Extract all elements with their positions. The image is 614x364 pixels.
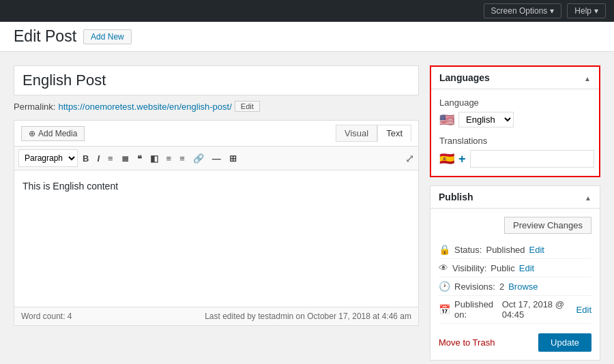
tab-text[interactable]: Text <box>377 125 411 142</box>
content-area: Permalink: https://onemoretest.website/e… <box>0 52 614 364</box>
published-on-label: Published on: <box>454 299 498 320</box>
languages-panel-body: Language 🇺🇸 English Spanish French Trans… <box>431 89 599 176</box>
published-on-icon: 📅 <box>439 304 450 315</box>
revisions-value: 2 <box>499 282 504 292</box>
main-column: Permalink: https://onemoretest.website/e… <box>14 65 419 364</box>
revisions-browse-link[interactable]: Browse <box>508 282 538 292</box>
page-title: Edit Post <box>14 27 76 46</box>
unordered-list-button[interactable]: ≡ <box>104 152 117 165</box>
languages-panel-title: Languages <box>439 72 490 83</box>
dropdown-arrow-icon: ▾ <box>550 6 554 16</box>
visibility-edit-link[interactable]: Edit <box>519 263 534 273</box>
es-flag-icon: 🇪🇸 <box>439 151 454 166</box>
editor-content[interactable]: This is English content <box>14 170 418 307</box>
languages-collapse-icon <box>584 73 591 83</box>
editor-footer: Word count: 4 Last edited by testadmin o… <box>14 307 418 325</box>
help-dropdown-icon: ▾ <box>594 6 598 16</box>
admin-bar: Screen Options ▾ Help ▾ <box>0 0 614 22</box>
publish-collapse-icon <box>585 192 591 202</box>
table-button[interactable]: ⊞ <box>226 152 240 165</box>
status-row: 🔒 Status: Published Edit <box>439 241 591 259</box>
ordered-list-button[interactable]: ≣ <box>118 152 132 165</box>
more-button[interactable]: — <box>209 152 224 165</box>
visibility-label: Visibility: <box>452 263 486 273</box>
update-button[interactable]: Update <box>538 333 591 352</box>
editor-toolbar-top: ⊕ Add Media Visual Text <box>14 121 418 147</box>
translations-row: 🇪🇸 + <box>439 150 591 168</box>
publish-meta: 🔒 Status: Published Edit 👁 Visibility: P… <box>439 234 591 324</box>
published-on-value: Oct 17, 2018 @ 04:45 <box>502 299 572 320</box>
move-to-trash-button[interactable]: Move to Trash <box>439 337 495 348</box>
bold-button[interactable]: B <box>79 152 92 165</box>
revisions-icon: 🕐 <box>439 281 450 292</box>
page-header: Edit Post Add New <box>0 22 614 52</box>
language-select[interactable]: English Spanish French <box>458 112 514 127</box>
visibility-icon: 👁 <box>439 262 448 273</box>
post-title-input[interactable] <box>14 65 419 95</box>
permalink-edit-button[interactable]: Edit <box>235 101 260 112</box>
formatting-bar: Paragraph Heading 1 Heading 2 Heading 3 … <box>14 147 418 170</box>
permalink-label: Permalink: <box>14 102 55 112</box>
status-icon: 🔒 <box>439 244 450 255</box>
add-translation-button[interactable]: + <box>458 153 466 165</box>
side-column: Languages Language 🇺🇸 English Spanish Fr… <box>430 65 600 364</box>
publish-panel-body: Preview Changes 🔒 Status: Published Edit… <box>430 209 600 360</box>
visibility-row: 👁 Visibility: Public Edit <box>439 259 591 277</box>
tab-visual[interactable]: Visual <box>336 125 377 142</box>
italic-button[interactable]: I <box>93 152 103 165</box>
languages-panel-header[interactable]: Languages <box>431 67 599 89</box>
align-right-button[interactable]: ≡ <box>176 152 188 165</box>
languages-panel: Languages Language 🇺🇸 English Spanish Fr… <box>430 65 600 177</box>
blockquote-button[interactable]: ❝ <box>134 152 145 165</box>
editor-box: ⊕ Add Media Visual Text Paragraph Headin… <box>14 120 419 326</box>
published-on-row: 📅 Published on: Oct 17, 2018 @ 04:45 Edi… <box>439 296 591 324</box>
align-left-button[interactable]: ◧ <box>147 152 162 165</box>
status-label: Status: <box>454 245 482 255</box>
publish-panel-title: Publish <box>439 192 473 202</box>
permalink-url[interactable]: https://onemoretest.website/en/english-p… <box>58 102 231 112</box>
publish-footer: Move to Trash Update <box>439 327 591 352</box>
us-flag-icon: 🇺🇸 <box>439 112 454 127</box>
publish-panel-header[interactable]: Publish <box>430 186 600 209</box>
publish-panel: Publish Preview Changes 🔒 Status: Publis… <box>430 185 600 361</box>
add-new-button[interactable]: Add New <box>83 29 132 44</box>
permalink-row: Permalink: https://onemoretest.website/e… <box>14 101 419 112</box>
status-value: Published <box>486 245 525 255</box>
visibility-value: Public <box>491 263 514 273</box>
language-field-label: Language <box>439 97 591 108</box>
add-media-icon: ⊕ <box>29 129 35 138</box>
preview-changes-button[interactable]: Preview Changes <box>504 217 591 234</box>
revisions-row: 🕐 Revisions: 2 Browse <box>439 277 591 296</box>
last-edited: Last edited by testadmin on October 17, … <box>205 312 411 321</box>
language-row: 🇺🇸 English Spanish French <box>439 112 591 127</box>
revisions-label: Revisions: <box>454 282 495 292</box>
translation-input[interactable] <box>470 150 594 168</box>
word-count: Word count: 4 <box>21 312 72 321</box>
format-select[interactable]: Paragraph Heading 1 Heading 2 Heading 3 <box>18 149 78 167</box>
editor-tabs: Visual Text <box>336 125 411 142</box>
expand-editor-button[interactable]: ⤢ <box>405 152 414 165</box>
help-button[interactable]: Help ▾ <box>567 3 606 18</box>
add-media-button[interactable]: ⊕ Add Media <box>21 126 85 141</box>
align-center-button[interactable]: ≡ <box>163 152 175 165</box>
status-edit-link[interactable]: Edit <box>529 245 544 255</box>
published-on-edit-link[interactable]: Edit <box>576 305 591 315</box>
link-button[interactable]: 🔗 <box>190 152 207 165</box>
screen-options-button[interactable]: Screen Options ▾ <box>484 3 562 18</box>
translations-label: Translations <box>439 136 591 146</box>
